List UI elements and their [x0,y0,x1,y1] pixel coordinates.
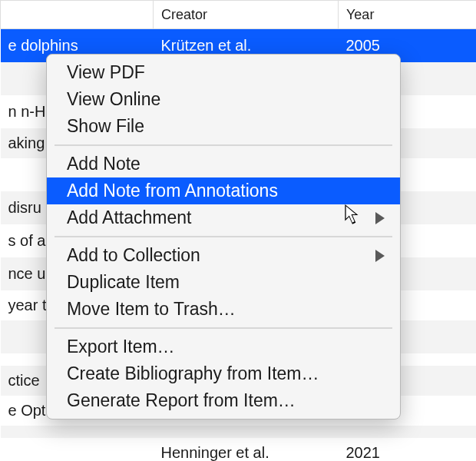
menu-item-label: Export Item… [67,337,175,357]
table-row[interactable]: Henninger et al.2021 [1,438,477,461]
menu-item-label: Show File [67,116,144,137]
table-header: Creator Year 📎 [1,1,477,29]
menu-item-label: View PDF [67,62,145,83]
column-creator[interactable]: Creator [154,1,339,29]
cell-creator: Henninger et al. [154,438,339,461]
menu-item[interactable]: Show File [47,113,400,140]
table-row[interactable] [1,426,477,438]
menu-item[interactable]: Export Item… [47,333,400,360]
menu-item-label: Add Attachment [67,207,191,228]
menu-item[interactable]: View Online [47,86,400,113]
menu-item[interactable]: Move Item to Trash… [47,296,400,323]
menu-item-label: Add Note from Annotations [67,181,278,201]
menu-separator [55,236,392,237]
menu-item-label: Add to Collection [67,245,200,266]
chevron-right-icon [375,212,385,224]
menu-item-label: Move Item to Trash… [67,299,236,320]
cell-year: 2021 [339,438,477,461]
column-title[interactable] [1,1,154,29]
chevron-right-icon [375,250,385,262]
column-year[interactable]: Year [339,1,477,29]
menu-item-label: Create Bibliography from Item… [67,363,319,384]
menu-item-label: Duplicate Item [67,272,180,293]
menu-item[interactable]: Duplicate Item [47,269,400,296]
menu-separator [55,144,392,146]
context-menu[interactable]: View PDFView OnlineShow FileAdd NoteAdd … [46,54,401,420]
menu-item[interactable]: Generate Report from Item… [47,387,400,414]
menu-item[interactable]: Add to Collection [47,242,400,269]
menu-item[interactable]: View PDF [47,59,400,86]
cell-title [1,426,154,438]
menu-item[interactable]: Add Attachment [47,204,400,231]
menu-item-label: View Online [67,89,160,110]
menu-item[interactable]: Create Bibliography from Item… [47,360,400,387]
menu-item[interactable]: Add Note [47,151,400,177]
cell-year [339,426,477,438]
cell-creator [154,426,339,438]
menu-item[interactable]: Add Note from Annotations [47,177,400,204]
cell-title [1,438,154,461]
menu-item-label: Add Note [67,154,140,174]
menu-separator [55,327,392,329]
menu-item-label: Generate Report from Item… [67,390,296,411]
